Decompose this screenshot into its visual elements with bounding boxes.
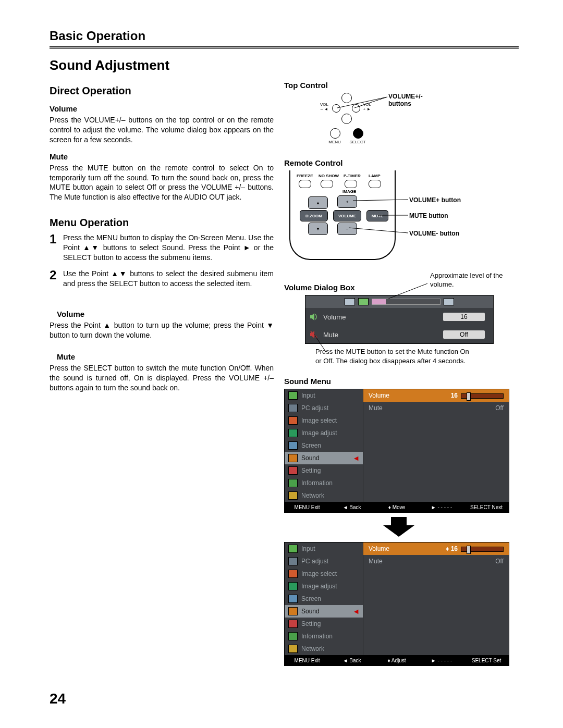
volume-dialog-heading: Volume Dialog Box xyxy=(284,283,355,292)
page-number: 24 xyxy=(50,690,66,707)
mute-label: Mute xyxy=(323,331,443,339)
direct-operation-heading: Direct Operation xyxy=(50,85,274,97)
speaker-icon xyxy=(305,313,323,321)
sound-menu-screenshot-1: Input Volume16 PC adjust MuteOff Image s… xyxy=(284,389,509,513)
vol-minus-label: VOL– ◄ xyxy=(317,102,331,112)
noshow-label: NO SHOW xyxy=(319,174,339,178)
down-arrow-icon xyxy=(381,517,417,538)
step-number-2: 2 xyxy=(50,269,63,289)
ptimer-label: P-TIMER xyxy=(344,174,361,178)
remote-control-heading: Remote Control xyxy=(284,158,513,167)
mute-callout: MUTE button xyxy=(409,212,448,219)
remote-control-diagram: FREEZE NO SHOW P-TIMER LAMP IMAGE + ▲ D.… xyxy=(289,170,420,259)
top-control-heading: Top Control xyxy=(284,81,513,90)
volume-label: Volume xyxy=(323,313,443,321)
vol-plus-button[interactable]: + xyxy=(337,195,357,208)
menu-volume-heading: Volume xyxy=(57,310,274,318)
direct-volume-heading: Volume xyxy=(50,104,274,113)
volume-value: 16 xyxy=(443,313,485,321)
direct-volume-text: Press the VOLUME+/– buttons on the top c… xyxy=(50,115,274,145)
direct-mute-heading: Mute xyxy=(50,152,274,161)
vol-plus-label: VOL+ ► xyxy=(360,102,374,112)
direct-mute-text: Press the MUTE button on the remote cont… xyxy=(50,163,274,203)
mute-button[interactable]: MUTE xyxy=(366,210,388,221)
dzoom-up-button[interactable]: ▲ xyxy=(308,196,328,209)
menu-button-label: MENU xyxy=(328,140,341,144)
top-control-diagram: VOL– ◄ VOL+ ► MENU SELECT VOLUME+/- butt… xyxy=(305,93,440,155)
sound-menu-heading: Sound Menu xyxy=(284,377,513,386)
vol-minus-button[interactable]: − xyxy=(337,223,357,235)
dzoom-down-button[interactable]: ▼ xyxy=(308,223,328,235)
select-button-label: SELECT xyxy=(349,140,366,144)
sound-menu-screenshot-2: Input Volume♦ 16 PC adjust MuteOff Image… xyxy=(284,542,509,666)
image-label: IMAGE xyxy=(342,189,356,194)
mute-value: Off xyxy=(443,330,485,339)
step-2-text: Use the Point ▲▼ buttons to select the d… xyxy=(63,269,274,289)
menu-mute-heading: Mute xyxy=(57,352,274,361)
freeze-label: FREEZE xyxy=(297,174,313,178)
lamp-label: LAMP xyxy=(369,174,381,178)
mute-icon xyxy=(305,330,323,339)
volume-button[interactable]: VOLUME xyxy=(333,210,361,221)
step-number-1: 1 xyxy=(50,233,63,263)
mute-dialog-note: Press the MUTE button to set the Mute fu… xyxy=(315,347,472,365)
dzoom-button[interactable]: D.ZOOM xyxy=(300,210,328,221)
menu-mute-text: Press the SELECT button to switch the mu… xyxy=(50,363,274,393)
section-heading: Sound Adjustment xyxy=(50,57,519,73)
vol-buttons-callout: VOLUME+/- buttons xyxy=(388,93,440,107)
volume-dialog-box: Volume 16 Mute Off xyxy=(305,295,494,344)
menu-volume-text: Press the Point ▲ button to turn up the … xyxy=(50,320,274,340)
vol-plus-callout: VOLUME+ button xyxy=(409,196,461,204)
vol-minus-callout: VOLUME- button xyxy=(409,230,459,237)
menu-operation-heading: Menu Operation xyxy=(50,217,274,229)
step-1-text: Press the MENU button to display the On-… xyxy=(63,233,274,263)
approx-level-note: Approximate level of the volume. xyxy=(430,272,513,289)
chapter-heading: Basic Operation xyxy=(50,29,519,43)
